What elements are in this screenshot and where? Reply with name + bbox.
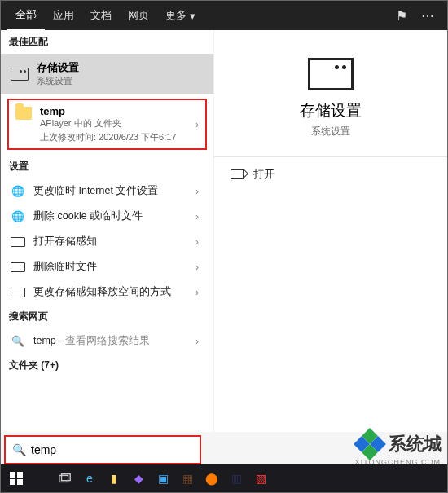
tab-apps[interactable]: 应用 (45, 1, 82, 30)
preview-panel: 存储设置 系统设置 打开 (214, 30, 447, 432)
web-search-temp[interactable]: 🔍 temp - 查看网络搜索结果 › (1, 328, 213, 354)
chevron-right-icon: › (195, 287, 199, 298)
results-panel: 最佳匹配 存储设置 系统设置 temp APlayer 中的 文件夹 上次修改时… (1, 30, 214, 432)
search-icon: 🔍 (11, 336, 25, 347)
taskbar-app-generic-6[interactable]: ▧ (248, 467, 273, 490)
svg-rect-3 (17, 479, 23, 485)
chevron-right-icon: › (195, 236, 199, 248)
svg-rect-0 (10, 472, 15, 478)
search-input[interactable] (31, 443, 193, 456)
folder-icon (15, 107, 32, 120)
storage-icon (11, 68, 29, 81)
tab-web[interactable]: 网页 (120, 1, 157, 30)
setting-delete-cookies[interactable]: 🌐 删除 cookie 或临时文件 › (1, 204, 213, 229)
tab-more[interactable]: 更多 ▾ (157, 1, 204, 30)
taskbar-app-generic-3[interactable]: ▦ (175, 467, 200, 490)
storage-rect-icon (11, 262, 25, 272)
storage-rect-icon (11, 237, 25, 247)
globe-icon: 🌐 (11, 211, 25, 222)
taskbar-app-explorer[interactable]: ▮ (102, 467, 126, 490)
taskbar-app-generic-4[interactable]: ⬤ (200, 467, 224, 490)
watermark-logo: 系统城 (356, 430, 442, 458)
chevron-right-icon: › (195, 336, 199, 347)
svg-rect-1 (17, 472, 23, 478)
task-view-button[interactable] (53, 467, 77, 490)
taskbar-app-generic-1[interactable]: ◆ (126, 467, 151, 490)
taskbar: e ▮ ◆ ▣ ▦ ⬤ ▥ ▧ (1, 464, 447, 492)
tab-docs[interactable]: 文档 (82, 1, 120, 30)
chevron-right-icon: › (195, 186, 199, 197)
best-match-title: 存储设置 (37, 60, 79, 75)
taskbar-app-generic-5[interactable]: ▥ (224, 467, 248, 490)
setting-delete-temp-files[interactable]: 删除临时文件 › (1, 254, 213, 280)
tab-all[interactable]: 全部 (7, 1, 45, 30)
globe-icon: 🌐 (11, 186, 25, 197)
folder-modified: 上次修改时间: 2020/6/23 下午6:17 (40, 131, 177, 143)
chevron-right-icon: › (195, 119, 199, 130)
folders-label: 文件夹 (7+) (1, 354, 213, 377)
taskbar-app-edge[interactable]: e (77, 467, 102, 490)
best-match-label: 最佳匹配 (1, 30, 213, 54)
settings-label: 设置 (1, 155, 213, 178)
preview-title: 存储设置 (214, 100, 447, 121)
best-match-storage-settings[interactable]: 存储设置 系统设置 (1, 54, 213, 94)
cortana-button[interactable] (29, 467, 53, 490)
setting-change-temp-internet-files[interactable]: 🌐 更改临时 Internet 文件设置 › (1, 178, 213, 204)
taskbar-app-generic-2[interactable]: ▣ (151, 467, 175, 490)
chevron-right-icon: › (195, 211, 199, 222)
preview-storage-icon (308, 58, 354, 90)
start-button[interactable] (4, 467, 29, 490)
preview-subtitle: 系统设置 (214, 125, 447, 139)
search-scope-tabs: 全部 应用 文档 网页 更多 ▾ ⚑ ⋯ (1, 1, 447, 30)
search-icon: 🔍 (12, 443, 26, 456)
setting-change-storage-sense-free[interactable]: 更改存储感知释放空间的方式 › (1, 280, 213, 305)
setting-open-storage-sense[interactable]: 打开存储感知 › (1, 229, 213, 254)
result-folder-temp[interactable]: temp APlayer 中的 文件夹 上次修改时间: 2020/6/23 下午… (7, 99, 207, 150)
open-button[interactable]: 打开 (214, 157, 447, 191)
best-match-subtitle: 系统设置 (37, 75, 79, 87)
folder-title: temp (40, 105, 177, 117)
folder-subtitle: APlayer 中的 文件夹 (40, 117, 177, 130)
feedback-icon[interactable]: ⚑ (389, 8, 415, 24)
more-options-icon[interactable]: ⋯ (415, 8, 441, 24)
open-icon (231, 169, 244, 179)
storage-rect-icon (11, 288, 25, 297)
svg-rect-2 (10, 479, 15, 485)
search-box[interactable]: 🔍 (4, 435, 201, 464)
chevron-right-icon: › (195, 262, 199, 273)
search-web-label: 搜索网页 (1, 305, 213, 328)
